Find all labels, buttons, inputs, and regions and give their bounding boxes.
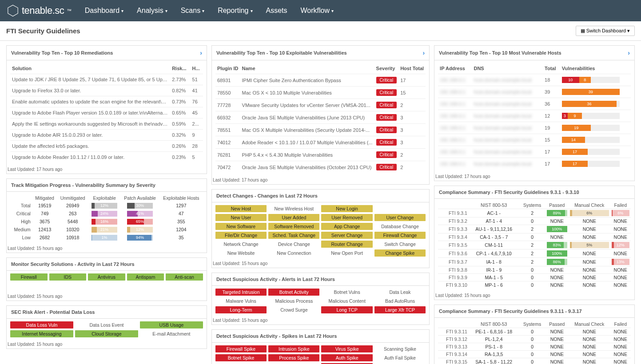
- chip[interactable]: Change Spike: [374, 249, 426, 257]
- table-row[interactable]: 78551Mac OS X Multiple Vulnerabilities (…: [215, 124, 426, 136]
- chip[interactable]: IDS: [49, 273, 87, 281]
- chip[interactable]: Malicious Process: [268, 297, 319, 305]
- table-row[interactable]: 68931IPMI Cipher Suite Zero Authenticati…: [215, 74, 426, 87]
- chip[interactable]: New Host: [215, 205, 267, 212]
- chip[interactable]: Data Loss Vuln: [10, 321, 73, 328]
- chip[interactable]: Firewall: [10, 273, 48, 281]
- table-row[interactable]: FTI 9.3.7IA-1 - 8286%NONE13%: [438, 258, 631, 266]
- table-row[interactable]: FTI 9.3.10MP-1 - 60NONENONENONE: [438, 281, 631, 289]
- chip[interactable]: Router Change: [321, 241, 372, 248]
- nav-item-workflow[interactable]: Workflow▾: [301, 7, 334, 15]
- chip[interactable]: E-mail Attachment: [140, 330, 203, 337]
- chip[interactable]: Large Xfr TCP: [374, 306, 426, 313]
- chip[interactable]: Auth Spike: [321, 354, 372, 361]
- panel-expand-icon[interactable]: ›: [422, 49, 425, 56]
- table-row[interactable]: 192.168.0.1host.domain.example.local3636: [438, 98, 631, 110]
- table-row[interactable]: FTI 9.3.12PL-1,2,40NONENONENONE: [438, 336, 631, 343]
- table-row[interactable]: FTI 9.3.8IR-1 - 90NONENONENONE: [438, 266, 631, 274]
- table-row[interactable]: 77728VMware Security Updates for vCenter…: [215, 99, 426, 111]
- chip[interactable]: Process Spike: [268, 354, 319, 361]
- chip[interactable]: Botnet Vulns: [321, 289, 372, 296]
- table-row[interactable]: FTI 9.3.3AU-1 - 9,11,12,162100%NONENONE: [438, 225, 631, 233]
- chip[interactable]: Targeted Intrusion: [215, 289, 267, 296]
- chip[interactable]: Scanning Spike: [374, 345, 426, 352]
- table-row[interactable]: Upgrade to Adobe AIR 15.0.0.293 or later…: [10, 130, 203, 141]
- chip[interactable]: Network Change: [215, 241, 267, 248]
- table-row[interactable]: FTI 9.3.1AC-1 -289%6%6%: [438, 209, 631, 218]
- table-row[interactable]: 192.168.0.1host.domain.example.local1810…: [438, 74, 631, 86]
- chip[interactable]: Malware Vulns: [215, 297, 267, 305]
- table-row[interactable]: FTI 9.3.6CP-1 - 4,6,7,9,102100%NONENONE: [438, 249, 631, 258]
- chip[interactable]: App Change: [321, 223, 372, 230]
- chip[interactable]: Botnet Spike: [215, 354, 267, 361]
- chip[interactable]: New Login: [321, 205, 372, 212]
- chip[interactable]: Long-Term: [215, 306, 267, 313]
- chip[interactable]: User Added: [268, 214, 319, 221]
- table-row[interactable]: Enable automatic updates to update the s…: [10, 96, 203, 107]
- chip[interactable]: User Removed: [321, 214, 372, 221]
- table-row[interactable]: 70472Oracle Java SE Multiple Vulnerabili…: [215, 161, 426, 174]
- table-row[interactable]: 76281PHP 5.4.x < 5.4.30 Multiple Vulnera…: [215, 149, 426, 161]
- chip[interactable]: Device Change: [268, 241, 319, 248]
- chip[interactable]: Malicious Content: [321, 297, 372, 305]
- nav-item-dashboard[interactable]: Dashboard▾: [85, 7, 123, 15]
- panel-expand-icon[interactable]: ›: [200, 49, 202, 56]
- chip[interactable]: Long TCP: [321, 306, 372, 313]
- table-row[interactable]: 192.168.0.1host.domain.example.local1514: [438, 134, 631, 146]
- table-row[interactable]: Upgrade to Adobe Flash Player version 15…: [10, 107, 203, 119]
- chip[interactable]: Firewall Change: [374, 232, 426, 239]
- table-row[interactable]: Total195192694912%30%1297: [10, 202, 203, 210]
- chip[interactable]: User Change: [374, 214, 426, 221]
- chip[interactable]: New Wireless Host: [268, 205, 319, 212]
- table-row[interactable]: High3675544816%65%355: [10, 218, 203, 226]
- nav-item-reporting[interactable]: Reporting▾: [218, 7, 252, 15]
- chip[interactable]: Virus Spike: [321, 345, 372, 352]
- table-row[interactable]: Update the affected krb5 packages.0.26%2…: [10, 141, 203, 152]
- table-row[interactable]: 74012Adobe Reader < 10.1.10 / 11.0.07 Mu…: [215, 136, 426, 149]
- chip[interactable]: Data Leak: [374, 289, 426, 296]
- table-row[interactable]: 78550Mac OS X < 10.10 Multiple Vulnerabi…: [215, 87, 426, 99]
- table-row[interactable]: Upgrade to Firefox 33.0 or later.0.82%41: [10, 85, 203, 96]
- chip[interactable]: Crowd Surge: [268, 306, 319, 313]
- chip[interactable]: Botnet Activity: [268, 289, 319, 296]
- chip[interactable]: [374, 205, 426, 212]
- table-row[interactable]: FTI 9.3.13PS-1 - 80NONENONENONE: [438, 343, 631, 351]
- table-row[interactable]: FTI 9.3.14RA-1,3,50NONENONENONE: [438, 351, 631, 358]
- chip[interactable]: Internet Messaging: [10, 330, 73, 337]
- table-row[interactable]: 192.168.0.1host.domain.example.local3939: [438, 86, 631, 98]
- chip[interactable]: Server Change: [321, 232, 372, 239]
- chip[interactable]: Switch Change: [374, 241, 426, 248]
- table-row[interactable]: Low2682109181%94%35: [10, 233, 203, 241]
- chip[interactable]: New Website: [215, 249, 267, 257]
- chip[interactable]: Antivirus: [88, 273, 125, 281]
- table-row[interactable]: Medium124131032021%12%1204: [10, 226, 203, 233]
- chip[interactable]: USB Usage: [140, 321, 203, 328]
- table-row[interactable]: 192.168.0.1host.domain.example.local1717: [438, 158, 631, 170]
- chip[interactable]: Antispam: [127, 273, 164, 281]
- table-row[interactable]: FTI 9.3.11PE-1 - 6,8,16 - 180NONENONENON…: [438, 328, 631, 336]
- chip[interactable]: Data Loss Event: [75, 321, 138, 328]
- chip[interactable]: New Open Port: [321, 249, 372, 257]
- switch-dashboard-button[interactable]: ▦ Switch Dashboard ▾: [576, 26, 635, 36]
- table-row[interactable]: FTI 9.3.2AT-1 - 40NONENONENONE: [438, 218, 631, 225]
- table-row[interactable]: 192.168.0.1host.domain.example.local1239: [438, 110, 631, 122]
- table-row[interactable]: FTI 9.3.4CA-1 - 3,5 - 70NONENONENONE: [438, 233, 631, 241]
- chip[interactable]: New Connection: [268, 249, 319, 257]
- chip[interactable]: Cloud Storage: [75, 330, 138, 337]
- chip[interactable]: Sched. Task Change: [268, 232, 319, 239]
- table-row[interactable]: 66932Oracle Java SE Multiple Vulnerabili…: [215, 111, 426, 124]
- table-row[interactable]: FTI 9.3.5CM-1-11283%5%12%: [438, 241, 631, 249]
- nav-item-assets[interactable]: Assets: [266, 7, 287, 15]
- chip[interactable]: New User: [215, 214, 267, 221]
- table-row[interactable]: Update to JDK / JRE 8 Update 25, 7 Updat…: [10, 74, 203, 85]
- chip[interactable]: Database Change: [374, 223, 426, 230]
- table-row[interactable]: FTI 9.3.9MA-1 - 50NONENONENONE: [438, 274, 631, 281]
- panel-expand-icon[interactable]: ›: [628, 49, 630, 56]
- chip[interactable]: Auth Fail Spike: [374, 354, 426, 361]
- table-row[interactable]: Critical74926324%41%47: [10, 210, 203, 218]
- table-row[interactable]: Apply the IE settings workarounds sugges…: [10, 119, 203, 130]
- nav-item-scans[interactable]: Scans▾: [181, 7, 204, 15]
- chip[interactable]: New Software: [215, 223, 267, 230]
- chip[interactable]: File/Dir Change: [215, 232, 267, 239]
- table-row[interactable]: FTI 9.3.15SA-1 - 5,8 - 11,220NONENONENON…: [438, 358, 631, 364]
